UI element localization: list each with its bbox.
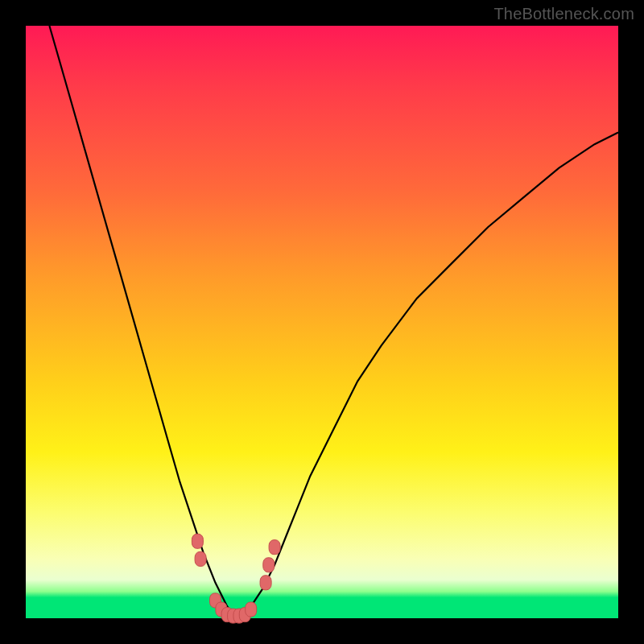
- bottleneck-curve: [49, 26, 618, 616]
- marker-group: [192, 534, 280, 623]
- curve-layer: [26, 26, 618, 618]
- curve-marker: [263, 558, 275, 572]
- curve-marker: [269, 540, 280, 555]
- chart-frame: TheBottleneck.com: [0, 0, 644, 644]
- curve-marker: [246, 602, 257, 617]
- curve-marker: [192, 534, 203, 548]
- curve-marker: [260, 576, 271, 590]
- plot-area: [26, 26, 618, 618]
- watermark-label: TheBottleneck.com: [493, 5, 634, 23]
- curve-marker: [195, 551, 206, 566]
